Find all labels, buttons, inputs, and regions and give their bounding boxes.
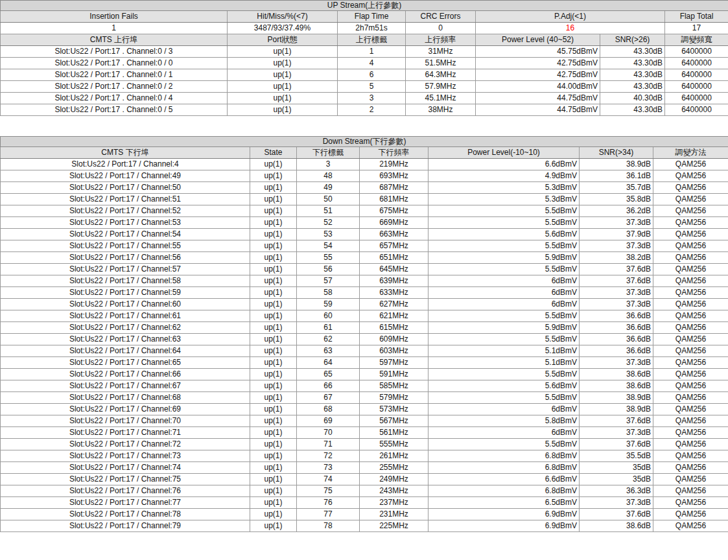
table-cell: 5.9dBmV <box>429 252 580 264</box>
table-cell: 61 <box>297 322 360 334</box>
header-upstream-label: 上行標籤 <box>338 34 406 46</box>
table-cell: 56 <box>297 264 360 275</box>
table-cell: 5.8dBmV <box>429 415 580 427</box>
table-cell: 1 <box>338 46 406 58</box>
table-cell: 37.3dB <box>580 240 653 252</box>
table-cell: 5 <box>338 81 406 93</box>
table-cell: 38.9dB <box>580 404 653 415</box>
table-cell: 60 <box>297 310 360 322</box>
table-cell: 4.9dBmV <box>429 170 580 182</box>
table-row: Slot:Us22 / Port:17 / Channel:64up(1)636… <box>1 345 728 357</box>
table-cell: up(1) <box>250 427 297 439</box>
table-cell: 51.5MHz <box>406 58 476 69</box>
table-cell: up(1) <box>228 69 338 81</box>
upstream-summary-value-row: 1 3487/93/37.49% 2h7m51s 0 16 17 <box>1 23 728 34</box>
table-cell: Slot:Us22 / Port:17 / Channel:49 <box>1 170 250 182</box>
table-cell: 37.6dB <box>580 264 653 275</box>
table-cell: Slot:Us22 / Port:17 / Channel:4 <box>1 159 250 170</box>
table-row: Slot:Us22 / Port:17 / Channel:61up(1)606… <box>1 310 728 322</box>
table-cell: Slot:Us22 / Port:17 / Channel:61 <box>1 310 250 322</box>
header-cmts-downstream-port: CMTS 下行埠 <box>1 147 250 159</box>
table-cell: 5.5dBmV <box>429 369 580 380</box>
table-row: Slot:Us22 / Port:17 / Channel:58up(1)576… <box>1 275 728 287</box>
table-cell: 651MHz <box>360 252 429 264</box>
header-insertion-fails: Insertion Fails <box>1 11 228 23</box>
table-cell: Slot:Us22 / Port:17 / Channel:63 <box>1 334 250 345</box>
table-cell: 66 <box>297 380 360 392</box>
table-cell: 37.3dB <box>580 497 653 509</box>
table-cell: 243MHz <box>360 485 429 497</box>
padj-value: 16 <box>476 23 665 34</box>
table-cell: 37.6dB <box>580 509 653 520</box>
table-cell: 657MHz <box>360 240 429 252</box>
table-cell: 43.30dB <box>600 104 665 116</box>
table-row: Slot:Us22 / Port:17 / Channel:49up(1)486… <box>1 170 728 182</box>
table-cell: 561MHz <box>360 427 429 439</box>
table-cell: 573MHz <box>360 404 429 415</box>
table-cell: 58 <box>297 287 360 299</box>
table-cell: 663MHz <box>360 229 429 240</box>
table-cell: 36.6dB <box>580 310 653 322</box>
table-row: Slot:Us22 / Port:17 / Channel:79up(1)782… <box>1 520 728 532</box>
table-cell: 37.6dB <box>580 275 653 287</box>
table-cell: up(1) <box>250 369 297 380</box>
table-cell: 585MHz <box>360 380 429 392</box>
table-cell: 6dBmV <box>429 287 580 299</box>
table-cell: QAM256 <box>653 240 728 252</box>
table-cell: 5.5dBmV <box>429 264 580 275</box>
table-cell: QAM256 <box>653 497 728 509</box>
table-cell: 249MHz <box>360 474 429 485</box>
table-cell: 38.6dB <box>580 520 653 532</box>
table-row: Slot:Us22 / Port:17 . Channel:0 / 4up(1)… <box>1 93 728 104</box>
table-cell: Slot:Us22 / Port:17 / Channel:70 <box>1 415 250 427</box>
table-cell: up(1) <box>228 104 338 116</box>
table-cell: up(1) <box>250 264 297 275</box>
table-cell: up(1) <box>250 240 297 252</box>
table-cell: 78 <box>297 520 360 532</box>
table-cell: 44.00dBmV <box>476 81 600 93</box>
table-cell: QAM256 <box>653 194 728 205</box>
table-cell: 38.9dB <box>580 159 653 170</box>
table-cell: Slot:Us22 / Port:17 / Channel:66 <box>1 369 250 380</box>
hit-miss-value: 3487/93/37.49% <box>228 23 338 34</box>
table-cell: 693MHz <box>360 170 429 182</box>
header-modulation-bandwidth: 調變頻寬 <box>665 34 728 46</box>
table-cell: up(1) <box>250 509 297 520</box>
table-cell: 43.30dB <box>600 58 665 69</box>
header-padj: P.Adj(<1) <box>476 11 665 23</box>
table-cell: 71 <box>297 439 360 450</box>
table-row: Slot:Us22 / Port:17 / Channel:50up(1)496… <box>1 182 728 194</box>
table-cell: QAM256 <box>653 229 728 240</box>
table-cell: 669MHz <box>360 217 429 229</box>
table-cell: 74 <box>297 474 360 485</box>
table-cell: QAM256 <box>653 450 728 462</box>
table-cell: Slot:Us22 / Port:17 . Channel:0 / 0 <box>1 58 228 69</box>
table-cell: QAM256 <box>653 345 728 357</box>
table-cell: 77 <box>297 509 360 520</box>
table-cell: 44.75dBmV <box>476 93 600 104</box>
table-cell: QAM256 <box>653 520 728 532</box>
table-cell: 6dBmV <box>429 404 580 415</box>
table-cell: 36.3dB <box>580 485 653 497</box>
table-cell: 6400000 <box>665 104 728 116</box>
header-flap-total: Flap Total <box>665 11 728 23</box>
table-cell: 579MHz <box>360 392 429 404</box>
table-cell: QAM256 <box>653 334 728 345</box>
table-cell: Slot:Us22 / Port:17 / Channel:77 <box>1 497 250 509</box>
table-cell: 37.9dB <box>580 229 653 240</box>
table-row: Slot:Us22 / Port:17 / Channel:57up(1)566… <box>1 264 728 275</box>
table-cell: QAM256 <box>653 287 728 299</box>
table-row: Slot:Us22 / Port:17 / Channel:60up(1)596… <box>1 299 728 310</box>
table-cell: up(1) <box>250 415 297 427</box>
table-row: Slot:Us22 / Port:17 / Channel:71up(1)705… <box>1 427 728 439</box>
table-cell: up(1) <box>250 497 297 509</box>
table-row: Slot:Us22 / Port:17 . Channel:0 / 1up(1)… <box>1 69 728 81</box>
table-cell: Slot:Us22 / Port:17 / Channel:62 <box>1 322 250 334</box>
table-cell: Slot:Us22 / Port:17 / Channel:60 <box>1 299 250 310</box>
table-cell: 42.75dBmV <box>476 69 600 81</box>
table-cell: 37.3dB <box>580 217 653 229</box>
table-cell: 255MHz <box>360 462 429 474</box>
table-cell: QAM256 <box>653 369 728 380</box>
table-cell: 6dBmV <box>429 275 580 287</box>
header-flap-time: Flap Time <box>338 11 406 23</box>
